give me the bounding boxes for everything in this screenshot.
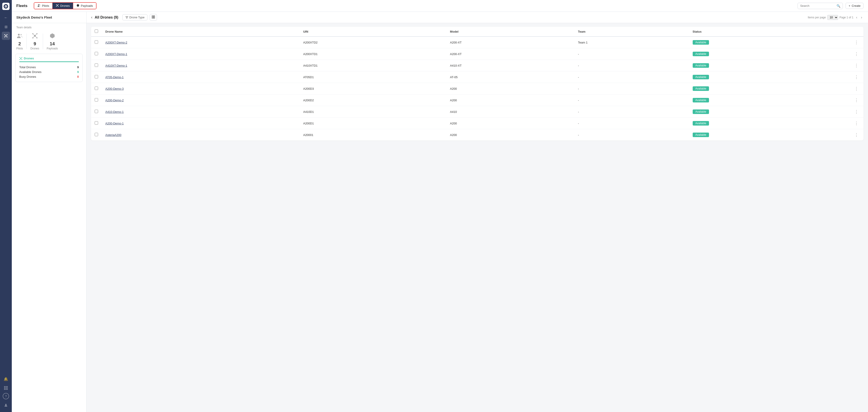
row-team-5: - <box>574 94 689 106</box>
row-checkbox-cell-2 <box>91 60 102 71</box>
search-input[interactable] <box>800 4 835 7</box>
select-all-checkbox[interactable] <box>95 29 98 33</box>
stat-drones: 9 Drones <box>30 33 39 50</box>
row-team-3: - <box>574 71 689 83</box>
status-badge-0: Available <box>693 40 709 45</box>
table-row: A200-Demo-2 A200D2 A200 - Available ⋮ <box>91 94 864 106</box>
busy-drones-line: Busy Drones 0 <box>19 74 79 79</box>
row-menu-btn-6[interactable]: ⋮ <box>853 109 860 115</box>
drone-name-link-6[interactable]: A410-Demo-1 <box>105 110 124 114</box>
col-model: Model <box>446 27 575 36</box>
svg-line-11 <box>6 36 7 37</box>
row-menu-cell-8: ⋮ <box>849 129 864 141</box>
search-box[interactable]: 🔍 <box>798 3 843 9</box>
row-status-0: Available <box>689 36 849 48</box>
svg-line-10 <box>5 36 6 37</box>
sidebar-account-icon[interactable] <box>2 401 10 409</box>
row-menu-btn-0[interactable]: ⋮ <box>853 39 860 45</box>
svg-line-44 <box>20 57 21 58</box>
row-uin-3: AT05D1 <box>300 71 446 83</box>
available-drones-line: Available Drones 9 <box>19 69 79 74</box>
row-team-2: - <box>574 60 689 71</box>
row-uin-1: A200XTD1 <box>300 48 446 60</box>
next-page-button[interactable]: › <box>860 15 864 20</box>
row-checkbox-3[interactable] <box>95 75 98 79</box>
row-menu-btn-7[interactable]: ⋮ <box>853 120 860 126</box>
drones-section-title: Drones <box>24 57 34 60</box>
row-uin-4: A200D3 <box>300 83 446 94</box>
row-menu-cell-0: ⋮ <box>849 36 864 48</box>
row-checkbox-8[interactable] <box>95 133 98 136</box>
svg-line-46 <box>20 58 21 60</box>
drones-progress-bar <box>19 61 79 62</box>
svg-point-18 <box>39 4 40 5</box>
row-checkbox-7[interactable] <box>95 121 98 125</box>
svg-line-9 <box>6 35 7 36</box>
row-drone-name-8: AsteriaA200 <box>102 129 300 141</box>
create-label: Create <box>852 4 861 7</box>
team-details-label: Team details <box>12 23 86 31</box>
row-checkbox-4[interactable] <box>95 87 98 90</box>
prev-page-button[interactable]: ‹ <box>855 15 859 20</box>
sidebar-help-icon[interactable]: ? <box>3 393 9 399</box>
row-status-1: Available <box>689 48 849 60</box>
row-checkbox-6[interactable] <box>95 110 98 113</box>
payloads-icon <box>76 4 80 8</box>
table-row: A410-Demo-1 A410D1 A410 - Available ⋮ <box>91 106 864 118</box>
status-badge-8: Available <box>693 133 709 137</box>
tab-pilots-label: Pilots <box>42 4 49 7</box>
grid-view-button[interactable] <box>150 14 157 21</box>
col-drone-name: Drone Name <box>102 27 300 36</box>
items-per-page-select[interactable]: 10 20 50 <box>827 15 838 20</box>
status-badge-5: Available <box>693 98 709 102</box>
total-drones-line: Total Drones 9 <box>19 65 79 69</box>
tab-drones[interactable]: Drones <box>53 3 73 9</box>
row-menu-btn-2[interactable]: ⋮ <box>853 63 860 68</box>
row-drone-name-4: A200-Demo-3 <box>102 83 300 94</box>
svg-line-35 <box>33 34 35 36</box>
row-model-6: A410 <box>446 106 575 118</box>
row-menu-btn-8[interactable]: ⋮ <box>853 132 860 138</box>
drone-name-link-2[interactable]: A410XT-Demo-1 <box>105 64 127 67</box>
create-button[interactable]: + Create <box>845 3 864 9</box>
page-title: Fleets <box>16 4 27 8</box>
sidebar-dashboard-icon[interactable]: ⊞ <box>2 23 10 31</box>
row-checkbox-0[interactable] <box>95 40 98 44</box>
row-menu-btn-5[interactable]: ⋮ <box>853 97 860 103</box>
drone-name-link-0[interactable]: A200XT-Demo-2 <box>105 41 127 44</box>
filter-button[interactable]: Drone Type <box>122 14 148 20</box>
sidebar-fleets-icon[interactable] <box>2 32 10 40</box>
stat-pilots-label: Pilots <box>16 47 23 50</box>
drone-name-link-3[interactable]: AT05-Demo-1 <box>105 76 124 79</box>
row-menu-btn-3[interactable]: ⋮ <box>853 74 860 80</box>
row-model-7: A200 <box>446 118 575 129</box>
tab-payloads[interactable]: Payloads <box>73 3 96 9</box>
left-panel: Skydeck Demo's Fleet Team details 2 Pilo… <box>12 12 87 412</box>
sidebar-logo <box>2 3 9 10</box>
sidebar-integrations-icon[interactable] <box>2 384 10 392</box>
drone-name-link-8[interactable]: AsteriaA200 <box>105 133 121 137</box>
row-model-2: A410-XT <box>446 60 575 71</box>
drone-name-link-5[interactable]: A200-Demo-2 <box>105 98 124 102</box>
row-checkbox-5[interactable] <box>95 98 98 101</box>
drone-name-link-7[interactable]: A200-Demo-1 <box>105 122 124 125</box>
table-back-arrow[interactable]: ‹ <box>91 15 92 20</box>
row-menu-cell-3: ⋮ <box>849 71 864 83</box>
svg-rect-14 <box>4 388 5 389</box>
tab-pilots[interactable]: Pilots <box>34 3 53 9</box>
drone-name-link-4[interactable]: A200-Demo-3 <box>105 87 124 90</box>
drone-name-link-1[interactable]: A200XT-Demo-1 <box>105 52 127 56</box>
row-menu-btn-1[interactable]: ⋮ <box>853 51 860 57</box>
sidebar-notifications-icon[interactable]: 🔔 <box>2 375 10 383</box>
svg-line-36 <box>35 34 37 36</box>
row-menu-btn-4[interactable]: ⋮ <box>853 86 860 92</box>
row-team-8: - <box>574 129 689 141</box>
filter-label: Drone Type <box>129 16 145 19</box>
row-checkbox-1[interactable] <box>95 52 98 55</box>
tab-group: Pilots Drones <box>34 2 96 9</box>
table-row: A200XT-Demo-2 A200XTD2 A200-XT Team 1 Av… <box>91 36 864 48</box>
sidebar-back-btn[interactable]: ← <box>2 13 10 22</box>
svg-rect-12 <box>4 386 5 387</box>
row-checkbox-2[interactable] <box>95 63 98 67</box>
table-row: A200-Demo-1 A200D1 A200 - Available ⋮ <box>91 118 864 129</box>
